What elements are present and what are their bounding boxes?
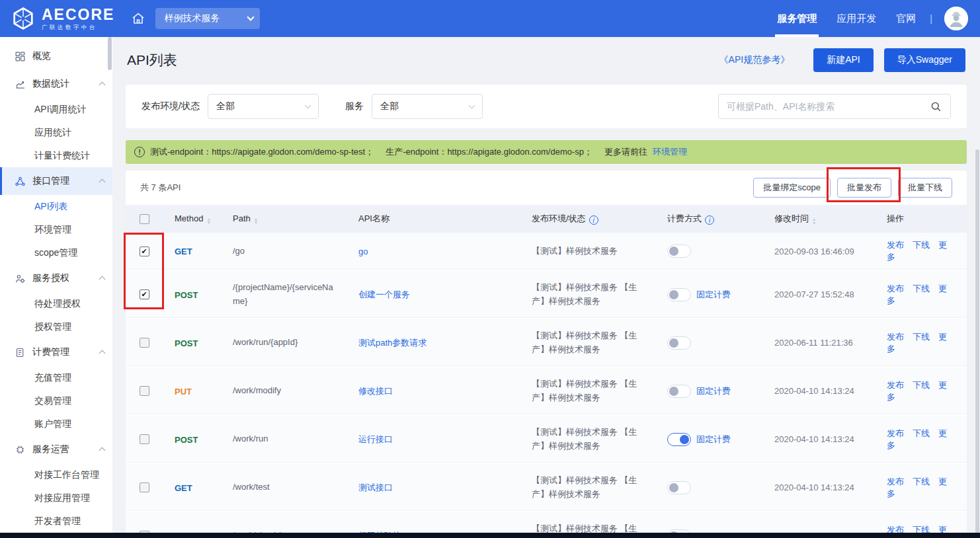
env-filter-select[interactable]: 全部 xyxy=(208,94,319,119)
publish-action[interactable]: 发布 xyxy=(887,380,904,390)
api-name-link[interactable]: 运行接口 xyxy=(358,434,393,444)
sidebar-item-transaction-management[interactable]: 交易管理 xyxy=(0,389,112,412)
home-icon[interactable] xyxy=(130,11,146,26)
service-filter-select[interactable]: 全部 xyxy=(372,94,483,119)
env-status-text: 【测试】样例技术服务 【生产】样例技术服务 xyxy=(520,377,655,404)
row-checkbox[interactable] xyxy=(140,289,149,299)
row-checkbox[interactable] xyxy=(140,247,149,256)
table-row: POST /{projectName}/{serviceName} 创建一个服务… xyxy=(126,271,967,319)
billing-type-link[interactable]: 固定计费 xyxy=(696,434,731,445)
col-path: Path xyxy=(233,213,251,223)
offline-action[interactable]: 下线 xyxy=(913,240,930,250)
select-all-checkbox[interactable] xyxy=(140,214,149,224)
sidebar-item-scope-management[interactable]: scope管理 xyxy=(0,241,112,264)
publish-action[interactable]: 发布 xyxy=(887,332,904,342)
workspace-select[interactable]: 样例技术服务 xyxy=(155,8,260,29)
billing-toggle[interactable] xyxy=(667,385,691,398)
sidebar-group-interface-management[interactable]: 接口管理 xyxy=(0,167,112,195)
offline-action[interactable]: 下线 xyxy=(913,380,930,390)
nav-official-site[interactable]: 官网 xyxy=(886,0,926,37)
api-name-link[interactable]: go xyxy=(358,247,368,256)
nav-service-management[interactable]: 服务管理 xyxy=(767,0,827,37)
row-checkbox[interactable] xyxy=(140,434,149,444)
api-path: /work/test xyxy=(221,480,347,494)
page-scrollbar-thumb[interactable] xyxy=(975,149,979,538)
publish-action[interactable]: 发布 xyxy=(887,477,904,486)
api-spec-reference-link[interactable]: 《API规范参考》 xyxy=(719,54,790,66)
sidebar-scrollbar-thumb[interactable] xyxy=(108,37,112,70)
env-management-link[interactable]: 环境管理 xyxy=(653,146,687,158)
sidebar-item-integration-app-management[interactable]: 对接应用管理 xyxy=(0,486,112,510)
billing-toggle[interactable] xyxy=(667,481,691,494)
sidebar-item-pending-auth[interactable]: 待处理授权 xyxy=(0,292,112,315)
sidebar-item-api-list[interactable]: API列表 xyxy=(0,195,112,218)
brand-logo[interactable]: AECORE 广联达数字中台 xyxy=(0,6,126,31)
info-icon[interactable]: i xyxy=(705,215,714,225)
publish-action[interactable]: 发布 xyxy=(887,240,904,250)
toggle-knob-icon xyxy=(669,483,678,492)
import-swagger-button[interactable]: 导入Swagger xyxy=(884,48,965,72)
billing-toggle[interactable] xyxy=(667,245,691,258)
nav-app-development[interactable]: 应用开发 xyxy=(827,0,886,37)
sidebar-label: 待处理授权 xyxy=(34,298,81,310)
sort-icon[interactable]: ▲▼ xyxy=(812,217,816,225)
batch-publish-button[interactable]: 批量发布 xyxy=(837,178,891,198)
api-name-link[interactable]: 创建一个服务 xyxy=(358,289,410,299)
row-checkbox[interactable] xyxy=(140,482,149,492)
user-avatar[interactable] xyxy=(944,7,968,30)
new-api-button[interactable]: 新建API xyxy=(813,48,874,72)
sidebar-item-env-management[interactable]: 环境管理 xyxy=(0,218,112,241)
sidebar-group-data-stats[interactable]: 数据统计 xyxy=(0,70,112,98)
info-icon[interactable]: i xyxy=(589,215,598,225)
sidebar-label: 开发者管理 xyxy=(34,516,81,527)
billing-type-link[interactable]: 固定计费 xyxy=(696,289,731,301)
api-name-link[interactable]: 测试path参数请求 xyxy=(358,338,427,348)
more-info-text: 更多请前往 xyxy=(604,146,647,158)
sidebar-group-service-operation[interactable]: 服务运营 xyxy=(0,436,112,463)
offline-action[interactable]: 下线 xyxy=(913,428,930,438)
sort-icon[interactable]: ▲▼ xyxy=(254,217,258,225)
row-checkbox[interactable] xyxy=(140,386,149,396)
brand-subtitle: 广联达数字中台 xyxy=(42,24,114,30)
batch-bind-scope-button[interactable]: 批量绑定scope xyxy=(753,178,831,198)
sidebar-item-overview[interactable]: 概览 xyxy=(0,42,112,70)
toggle-knob-icon xyxy=(669,338,678,348)
sidebar-label: scope管理 xyxy=(34,247,77,259)
sidebar-item-workbench-management[interactable]: 对接工作台管理 xyxy=(0,463,112,486)
sidebar-label: 接口管理 xyxy=(32,175,93,187)
publish-action[interactable]: 发布 xyxy=(887,284,904,293)
sidebar-item-api-call-stats[interactable]: API调用统计 xyxy=(0,98,112,121)
sidebar-item-developer-management[interactable]: 开发者管理 xyxy=(0,510,112,533)
sidebar-label: 概览 xyxy=(32,50,104,62)
col-env-status: 发布环境/状态 xyxy=(532,213,586,223)
sidebar-item-recharge-management[interactable]: 充值管理 xyxy=(0,366,112,389)
search-icon[interactable] xyxy=(930,100,942,113)
billing-type-link[interactable]: 固定计费 xyxy=(696,385,731,397)
env-status-text: 【测试】样例技术服务 【生产】样例技术服务 xyxy=(520,329,655,356)
sidebar-group-service-auth[interactable]: 服务授权 xyxy=(0,264,112,292)
billing-toggle[interactable] xyxy=(667,433,691,446)
api-name-link[interactable]: 测试接口 xyxy=(358,482,393,492)
offline-action[interactable]: 下线 xyxy=(913,332,930,342)
offline-action[interactable]: 下线 xyxy=(913,477,930,486)
batch-offline-button[interactable]: 批量下线 xyxy=(898,178,952,198)
billing-toggle[interactable] xyxy=(667,288,691,301)
sidebar-item-app-stats[interactable]: 应用统计 xyxy=(0,121,112,144)
sort-icon[interactable]: ▲▼ xyxy=(206,217,210,225)
api-name-link[interactable]: 修改接口 xyxy=(358,386,393,396)
sidebar-item-metering-stats[interactable]: 计量计费统计 xyxy=(0,144,112,167)
offline-action[interactable]: 下线 xyxy=(913,284,930,293)
env-filter-label: 发布环境/状态 xyxy=(142,100,200,112)
sidebar-item-account-management[interactable]: 账户管理 xyxy=(0,412,112,436)
sidebar-group-billing-management[interactable]: 计费管理 xyxy=(0,338,112,366)
sidebar-label: 环境管理 xyxy=(34,224,71,236)
row-checkbox[interactable] xyxy=(140,338,149,348)
search-input[interactable] xyxy=(727,101,930,112)
billing-toggle[interactable] xyxy=(667,336,691,350)
table-row: PUT /work/modify 修改接口 【测试】样例技术服务 【生产】样例技… xyxy=(126,367,967,416)
chevron-down-icon xyxy=(304,102,311,109)
sidebar-item-auth-management[interactable]: 授权管理 xyxy=(0,315,112,338)
prod-endpoint-text: 生产-endpoint：https://apigate.glodon.com/d… xyxy=(386,146,592,158)
publish-action[interactable]: 发布 xyxy=(887,428,904,438)
sidebar-label: 充值管理 xyxy=(34,372,71,384)
